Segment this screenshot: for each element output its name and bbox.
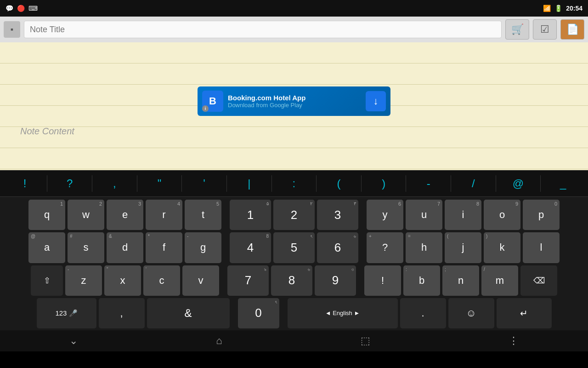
nav-recent[interactable]: ⬚ bbox=[361, 335, 370, 347]
note-icon: 📄 bbox=[566, 23, 579, 35]
bottom-nav: ⌄ ⌂ ⬚ ⋮ bbox=[0, 330, 588, 351]
status-right-icons: 📶 🔋 20:54 bbox=[543, 5, 582, 12]
key-s[interactable]: #s bbox=[68, 232, 104, 263]
special-chars-row: ! ? , " ' | : ( ) - / @ _ bbox=[0, 170, 588, 197]
key-comma-bottom[interactable]: , bbox=[99, 298, 145, 328]
key-1[interactable]: ۵1 bbox=[230, 200, 271, 230]
key-num123[interactable]: 123 🎤 bbox=[37, 298, 96, 328]
ad-app-icon: B i bbox=[202, 91, 223, 112]
note-content-placeholder: Note Content bbox=[20, 126, 74, 137]
key-shift[interactable]: ⇧ bbox=[31, 265, 63, 296]
key-backspace[interactable]: ⌫ bbox=[520, 265, 557, 296]
key-row-2: @a #s &d *f -g 84 ৎ5 ৬6 +? =h (j )k l bbox=[2, 232, 586, 263]
key-4[interactable]: 84 bbox=[230, 232, 271, 263]
key-exclaim[interactable]: ! bbox=[364, 265, 401, 296]
note-title-input[interactable] bbox=[24, 21, 502, 38]
ad-text: Booking.com Hotel App Download from Goog… bbox=[228, 94, 361, 109]
key-k[interactable]: )k bbox=[484, 232, 520, 263]
key-g[interactable]: -g bbox=[185, 232, 221, 263]
wifi-icon: 📶 bbox=[543, 5, 551, 12]
key-8[interactable]: ৬8 bbox=[271, 265, 312, 296]
key-z[interactable]: -z bbox=[65, 265, 102, 296]
key-i[interactable]: 8i bbox=[445, 200, 481, 230]
key-language[interactable]: ◄ English ► bbox=[288, 298, 398, 328]
key-emoji[interactable]: ☺ bbox=[448, 298, 494, 328]
key-y[interactable]: 6y bbox=[367, 200, 403, 230]
note-button[interactable]: 📄 bbox=[560, 19, 584, 40]
key-9[interactable]: ৩9 bbox=[315, 265, 356, 296]
key-5[interactable]: ৎ5 bbox=[273, 232, 315, 263]
status-bar: 💬 🔴 ⌨ 📶 🔋 20:54 bbox=[0, 0, 588, 17]
key-b[interactable]: :b bbox=[403, 265, 440, 296]
talk-icon: 💬 bbox=[6, 5, 13, 12]
key-h[interactable]: =h bbox=[406, 232, 442, 263]
key-row-3: ⇧ -z "x 'c v ৯7 ৬8 ৩9 ! :b ;n /m ⌫ bbox=[2, 265, 586, 296]
nav-back-button[interactable]: ▪ bbox=[4, 21, 20, 38]
key-x[interactable]: "x bbox=[104, 265, 141, 296]
key-u[interactable]: 7u bbox=[406, 200, 442, 230]
key-row-bottom: 123 🎤 , & ৎ0 ◄ English ► . ☺ ↵ bbox=[2, 298, 586, 328]
status-left-icons: 💬 🔴 ⌨ bbox=[6, 5, 38, 12]
key-0[interactable]: ৎ0 bbox=[238, 298, 279, 328]
note-area[interactable]: B i Booking.com Hotel App Download from … bbox=[0, 42, 588, 170]
ad-subtitle: Download from Google Play bbox=[228, 102, 361, 109]
special-key-quote[interactable]: " bbox=[150, 177, 169, 190]
key-n[interactable]: ;n bbox=[442, 265, 479, 296]
check-icon: ☑ bbox=[540, 23, 549, 35]
special-key-apos[interactable]: ' bbox=[195, 177, 214, 190]
key-7[interactable]: ৯7 bbox=[227, 265, 269, 296]
key-q[interactable]: 1q bbox=[28, 200, 65, 230]
ad-title: Booking.com Hotel App bbox=[228, 94, 361, 102]
cart-button[interactable]: 🛒 bbox=[505, 19, 529, 40]
key-dot[interactable]: . bbox=[400, 298, 446, 328]
special-key-question[interactable]: ? bbox=[61, 177, 79, 190]
special-key-underscore[interactable]: _ bbox=[554, 177, 572, 190]
coin-icon: 🔴 bbox=[17, 5, 25, 12]
key-6[interactable]: ৬6 bbox=[317, 232, 358, 263]
special-key-at[interactable]: @ bbox=[509, 177, 527, 190]
key-t[interactable]: 5t bbox=[185, 200, 221, 230]
key-enter[interactable]: ↵ bbox=[497, 298, 552, 328]
key-f[interactable]: *f bbox=[146, 232, 182, 263]
ad-info-dot: i bbox=[202, 105, 209, 112]
key-question[interactable]: +? bbox=[367, 232, 403, 263]
special-key-rparen[interactable]: ) bbox=[374, 177, 393, 190]
key-j[interactable]: (j bbox=[445, 232, 481, 263]
nav-back-soft[interactable]: ⌄ bbox=[69, 335, 78, 347]
checklist-button[interactable]: ☑ bbox=[533, 19, 557, 40]
special-key-exclaim[interactable]: ! bbox=[16, 177, 34, 190]
title-bar: ▪ 🛒 ☑ 📄 bbox=[0, 17, 588, 42]
key-m[interactable]: /m bbox=[481, 265, 518, 296]
key-2[interactable]: ۲2 bbox=[273, 200, 315, 230]
key-d[interactable]: &d bbox=[107, 232, 143, 263]
special-key-dash[interactable]: - bbox=[419, 177, 438, 190]
key-v[interactable]: v bbox=[182, 265, 219, 296]
special-key-lparen[interactable]: ( bbox=[330, 177, 348, 190]
key-r[interactable]: 4r bbox=[146, 200, 182, 230]
key-w[interactable]: 2w bbox=[68, 200, 104, 230]
keyboard: 1q 2w 3e 4r 5t ۵1 ۲2 ۳3 6y 7u 8i 9o 0p @… bbox=[0, 197, 588, 330]
keyboard-icon: ⌨ bbox=[28, 5, 38, 12]
nav-home[interactable]: ⌂ bbox=[216, 335, 222, 347]
ad-banner[interactable]: B i Booking.com Hotel App Download from … bbox=[198, 86, 390, 116]
key-c[interactable]: 'c bbox=[143, 265, 180, 296]
key-a[interactable]: @a bbox=[28, 232, 65, 263]
special-key-pipe[interactable]: | bbox=[240, 177, 258, 190]
battery-icon: 🔋 bbox=[554, 5, 562, 12]
nav-menu[interactable]: ⋮ bbox=[509, 335, 519, 347]
key-l[interactable]: l bbox=[523, 232, 560, 263]
cart-icon: 🛒 bbox=[511, 23, 524, 35]
time-display: 20:54 bbox=[566, 5, 582, 12]
key-ampersand[interactable]: & bbox=[147, 298, 230, 328]
special-key-colon[interactable]: : bbox=[285, 177, 303, 190]
ad-download-button[interactable]: ↓ bbox=[366, 91, 386, 111]
key-row-1: 1q 2w 3e 4r 5t ۵1 ۲2 ۳3 6y 7u 8i 9o 0p bbox=[2, 200, 586, 230]
download-icon: ↓ bbox=[373, 95, 379, 107]
back-icon: ▪ bbox=[11, 25, 13, 34]
key-3[interactable]: ۳3 bbox=[317, 200, 358, 230]
key-e[interactable]: 3e bbox=[107, 200, 143, 230]
key-o[interactable]: 9o bbox=[484, 200, 520, 230]
key-p[interactable]: 0p bbox=[523, 200, 560, 230]
special-key-comma[interactable]: , bbox=[105, 177, 124, 190]
special-key-slash[interactable]: / bbox=[464, 177, 482, 190]
